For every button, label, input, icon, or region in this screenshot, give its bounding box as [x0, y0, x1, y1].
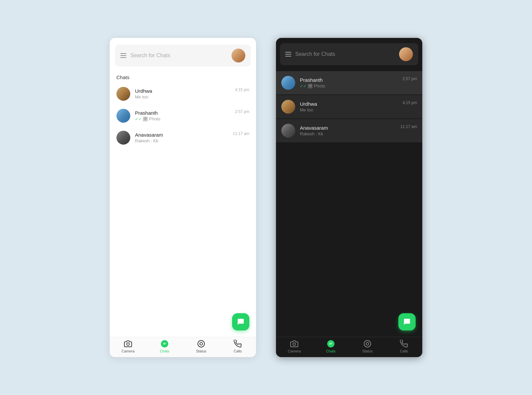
nav-camera-label-light: Camera [121, 349, 134, 353]
chat-preview-prashanth-light: ✓✓ 🖼 Photo [135, 116, 230, 121]
chat-name-urdhwa-light: Urdhwa [135, 88, 230, 94]
chat-info-prashanth-light: Prashanth ✓✓ 🖼 Photo [135, 110, 230, 121]
new-chat-fab-light[interactable] [232, 313, 249, 330]
nav-status-label-dark: Status [362, 349, 372, 353]
nav-camera-light[interactable]: Camera [110, 340, 146, 353]
svg-point-7 [366, 342, 369, 345]
message-icon-fab-dark [403, 318, 411, 326]
svg-point-0 [127, 343, 129, 345]
chat-time-prashanth-light: 2:57 pm [235, 109, 249, 114]
chat-preview-urdhwa-dark: Me too [300, 107, 398, 112]
chat-info-urdhwa-dark: Urdhwa Me too [300, 101, 398, 112]
avatar-anavasaram-dark [281, 124, 295, 138]
chat-time-urdhwa-light: 4:15 pm [235, 87, 249, 92]
svg-point-3 [200, 342, 202, 345]
svg-point-5 [327, 340, 334, 347]
nav-calls-light[interactable]: Calls [219, 340, 256, 353]
chat-time-prashanth-dark: 2:57 pm [403, 76, 417, 81]
nav-calls-dark[interactable]: Calls [386, 340, 422, 353]
hamburger-menu-icon[interactable] [120, 53, 126, 58]
chat-preview-prashanth-dark: ✓✓ 🖼 Photo [300, 83, 398, 88]
bottom-nav-light: Camera Chats Status Calls [110, 337, 256, 357]
nav-chats-label-light: Chats [160, 349, 170, 353]
photo-icon-light: 🖼 [143, 117, 148, 121]
chat-info-anavasaram-light: Anavasaram Rakesh : Kk [135, 132, 228, 143]
chat-preview-anavasaram-dark: Rakesh : Kk [300, 131, 396, 136]
chat-list-dark: Prashanth ✓✓ 🖼 Photo 2:57 pm Urdhwa Me t… [276, 70, 422, 337]
photo-icon-dark: 🖼 [308, 84, 313, 88]
nav-status-label-light: Status [196, 349, 206, 353]
double-check-icon-light: ✓✓ [135, 117, 142, 121]
profile-avatar-dark[interactable] [399, 47, 413, 61]
avatar-prashanth-light [116, 109, 130, 123]
chat-name-anavasaram-light: Anavasaram [135, 132, 228, 138]
nav-camera-label-dark: Camera [288, 349, 301, 353]
svg-point-4 [293, 343, 296, 345]
hamburger-menu-icon-dark[interactable] [285, 52, 291, 57]
avatar-urdhwa-light [116, 87, 130, 101]
svg-point-2 [198, 340, 204, 347]
chat-list-light: Urdhwa Me too 4:15 pm Prashanth ✓✓ 🖼 Pho… [110, 83, 256, 337]
chat-time-anavasaram-light: 11:17 am [233, 131, 249, 136]
chats-icon-dark [327, 340, 335, 348]
chat-info-prashanth-dark: Prashanth ✓✓ 🖼 Photo [300, 77, 398, 88]
svg-point-6 [364, 340, 371, 347]
camera-icon-light [124, 340, 132, 348]
chat-item-anavasaram-light[interactable]: Anavasaram Rakesh : Kk 11:17 am [110, 127, 256, 149]
svg-point-1 [161, 340, 168, 347]
chat-item-prashanth-light[interactable]: Prashanth ✓✓ 🖼 Photo 2:57 pm [110, 105, 256, 127]
message-icon-fab-light [237, 318, 244, 326]
status-icon-light [197, 340, 205, 348]
calls-icon-light [234, 340, 242, 348]
chat-info-urdhwa-light: Urdhwa Me too [135, 88, 230, 99]
chat-item-prashanth-dark[interactable]: Prashanth ✓✓ 🖼 Photo 2:57 pm [276, 71, 422, 94]
search-placeholder-light[interactable]: Search for Chats [130, 53, 227, 59]
nav-calls-label-light: Calls [234, 349, 242, 353]
phone-light: Search for Chats Chats Urdhwa Me too 4:1… [110, 38, 256, 357]
chat-preview-urdhwa-light: Me too [135, 94, 230, 99]
chat-name-prashanth-light: Prashanth [135, 110, 230, 116]
chats-icon-light [161, 340, 169, 348]
nav-chats-label-dark: Chats [326, 349, 336, 353]
avatar-prashanth-dark [281, 76, 295, 90]
phone-dark: Search for Chats Prashanth ✓✓ 🖼 Photo 2:… [276, 38, 422, 357]
chat-time-urdhwa-dark: 4:15 pm [403, 100, 417, 105]
nav-chats-light[interactable]: Chats [146, 340, 183, 353]
nav-status-light[interactable]: Status [183, 340, 219, 353]
chat-item-urdhwa-dark[interactable]: Urdhwa Me too 4:15 pm [276, 95, 422, 118]
nav-camera-dark[interactable]: Camera [276, 340, 313, 353]
search-bar-light[interactable]: Search for Chats [115, 45, 251, 66]
nav-calls-label-dark: Calls [400, 349, 408, 353]
chats-section-label-light: Chats [110, 72, 256, 83]
avatar-urdhwa-dark [281, 100, 295, 114]
avatar-anavasaram-light [116, 131, 130, 145]
chat-info-anavasaram-dark: Anavasaram Rakesh : Kk [300, 125, 396, 136]
chat-preview-anavasaram-light: Rakesh : Kk [135, 138, 228, 143]
nav-status-dark[interactable]: Status [349, 340, 386, 353]
chat-item-anavasaram-dark[interactable]: Anavasaram Rakesh : Kk 11:17 am [276, 119, 422, 142]
chat-time-anavasaram-dark: 11:17 am [400, 124, 417, 129]
status-icon-dark [363, 340, 371, 348]
chat-name-anavasaram-dark: Anavasaram [300, 125, 396, 131]
double-check-icon-dark: ✓✓ [300, 84, 307, 88]
profile-avatar-light[interactable] [231, 49, 245, 63]
new-chat-fab-dark[interactable] [398, 313, 416, 330]
search-bar-dark[interactable]: Search for Chats [280, 43, 418, 65]
calls-icon-dark [400, 340, 408, 348]
camera-icon-dark [290, 340, 298, 348]
chat-item-urdhwa-light[interactable]: Urdhwa Me too 4:15 pm [110, 83, 256, 105]
chat-name-urdhwa-dark: Urdhwa [300, 101, 398, 107]
chat-name-prashanth-dark: Prashanth [300, 77, 398, 83]
nav-chats-dark[interactable]: Chats [313, 340, 349, 353]
bottom-nav-dark: Camera Chats Status Calls [276, 337, 422, 357]
search-placeholder-dark[interactable]: Search for Chats [295, 51, 395, 57]
